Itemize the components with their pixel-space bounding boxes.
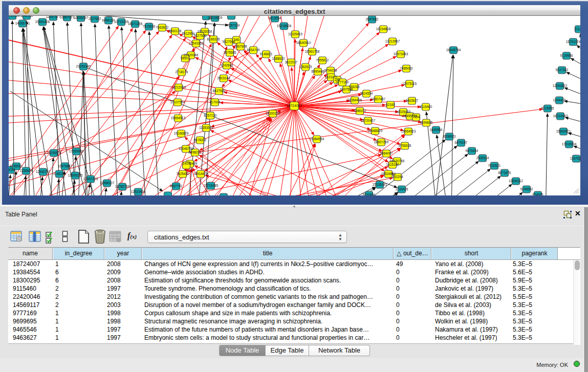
svg-text:15716485: 15716485 (204, 184, 219, 187)
svg-text:16033809: 16033809 (208, 16, 223, 19)
svg-text:20691406: 20691406 (35, 20, 50, 24)
svg-text:12942757: 12942757 (36, 170, 51, 173)
svg-text:16729984: 16729984 (9, 16, 20, 17)
svg-text:17957223: 17957223 (83, 177, 98, 181)
svg-text:7632621: 7632621 (488, 164, 501, 167)
svg-text:1840960: 1840960 (20, 16, 33, 17)
svg-text:99154: 99154 (9, 168, 15, 171)
svg-text:15300275: 15300275 (266, 112, 280, 115)
svg-text:10655267: 10655267 (74, 16, 89, 19)
svg-text:7515526: 7515526 (143, 25, 156, 28)
svg-text:10107554: 10107554 (170, 100, 185, 104)
svg-text:8813054: 8813054 (269, 16, 281, 20)
svg-text:8785061: 8785061 (10, 164, 23, 168)
svg-text:10543362: 10543362 (189, 41, 204, 45)
svg-text:8938923: 8938923 (443, 135, 456, 138)
svg-text:20206576: 20206576 (47, 151, 61, 155)
svg-text:15218506: 15218506 (277, 24, 292, 28)
svg-text:3675685: 3675685 (224, 51, 236, 54)
svg-text:12213369: 12213369 (171, 85, 186, 89)
svg-text:2867608: 2867608 (234, 45, 247, 48)
svg-text:3824554: 3824554 (360, 92, 373, 95)
svg-text:11325419: 11325419 (288, 32, 302, 36)
svg-text:16671355: 16671355 (128, 22, 143, 26)
svg-text:9146821: 9146821 (260, 52, 273, 56)
svg-text:6466160: 6466160 (102, 18, 115, 22)
svg-text:9474444: 9474444 (466, 149, 478, 152)
svg-text:9657791: 9657791 (170, 184, 183, 188)
svg-text:17559928: 17559928 (69, 149, 84, 153)
svg-text:98901: 98901 (181, 56, 190, 60)
svg-text:1588520: 1588520 (272, 57, 285, 60)
svg-text:9756928: 9756928 (399, 144, 411, 147)
svg-text:2718176: 2718176 (176, 70, 188, 74)
svg-text:11121: 11121 (575, 27, 580, 31)
svg-text:19654923: 19654923 (401, 129, 416, 133)
svg-text:8678332: 8678332 (194, 138, 207, 142)
svg-text:15751074: 15751074 (566, 40, 580, 43)
svg-text:9699695: 9699695 (420, 121, 433, 124)
svg-text:12975115: 12975115 (402, 82, 417, 85)
svg-text:10897971: 10897971 (60, 16, 75, 19)
svg-text:16782759: 16782759 (115, 185, 130, 188)
svg-text:1362615: 1362615 (299, 65, 312, 69)
svg-text:15692871: 15692871 (556, 129, 571, 133)
svg-text:7485063: 7485063 (400, 67, 413, 70)
svg-text:20364436: 20364436 (347, 98, 362, 102)
svg-text:1156829: 1156829 (20, 169, 33, 172)
svg-text:9115460: 9115460 (420, 105, 432, 108)
svg-text:1615192: 1615192 (386, 163, 399, 166)
svg-text:16120746: 16120746 (390, 159, 405, 163)
svg-text:9700454: 9700454 (363, 193, 376, 195)
svg-text:9129966: 9129966 (560, 54, 573, 57)
svg-text:17016504: 17016504 (562, 142, 577, 146)
svg-text:12213967: 12213967 (385, 39, 400, 43)
svg-text:18807269: 18807269 (374, 140, 389, 144)
svg-text:8912954: 8912954 (182, 32, 195, 35)
svg-text:9245652: 9245652 (520, 187, 533, 191)
svg-text:18724007: 18724007 (286, 104, 302, 107)
svg-text:924565: 924565 (532, 193, 543, 195)
svg-text:11353594: 11353594 (199, 126, 213, 129)
svg-text:7904: 7904 (412, 115, 420, 119)
svg-text:12923466: 12923466 (131, 190, 146, 193)
svg-text:10688609: 10688609 (368, 129, 383, 133)
svg-text:8498222: 8498222 (189, 150, 202, 154)
svg-text:6794028: 6794028 (324, 69, 337, 72)
svg-text:1145194: 1145194 (53, 172, 66, 176)
svg-text:10958107: 10958107 (100, 181, 115, 185)
svg-text:9242843: 9242843 (221, 63, 233, 67)
svg-text:12057577: 12057577 (46, 16, 61, 18)
svg-text:7663822: 7663822 (156, 26, 169, 29)
svg-text:417004: 417004 (209, 100, 221, 104)
svg-text:7955812: 7955812 (316, 58, 329, 62)
svg-text:9777169: 9777169 (336, 80, 349, 84)
svg-text:16648784: 16648784 (446, 48, 461, 52)
svg-text:1167534: 1167534 (570, 157, 580, 160)
svg-text:8267130: 8267130 (204, 114, 217, 117)
svg-text:252254: 252254 (392, 175, 403, 179)
svg-text:8471676: 8471676 (498, 171, 511, 174)
svg-text:21053346: 21053346 (76, 64, 91, 68)
svg-text:18640910: 18640910 (296, 41, 311, 45)
svg-text:3822037: 3822037 (285, 60, 298, 64)
svg-text:2803144: 2803144 (217, 76, 230, 80)
svg-text:12093822: 12093822 (553, 84, 568, 87)
svg-text:8186328: 8186328 (207, 37, 220, 41)
svg-text:6479197: 6479197 (455, 141, 468, 144)
svg-text:9227342: 9227342 (556, 68, 569, 72)
svg-text:8990448: 8990448 (312, 70, 324, 73)
svg-text:12505135: 12505135 (68, 173, 83, 177)
svg-text:7386372: 7386372 (354, 109, 366, 113)
svg-text:15136141: 15136141 (373, 183, 387, 186)
svg-text:9463627: 9463627 (406, 99, 419, 102)
svg-text:62160: 62160 (386, 103, 395, 106)
svg-text:1244419: 1244419 (553, 98, 566, 102)
svg-text:19166829: 19166829 (174, 132, 189, 135)
svg-text:1527602: 1527602 (89, 17, 101, 20)
svg-text:10046758: 10046758 (179, 147, 193, 150)
svg-text:9860128: 9860128 (169, 29, 182, 33)
svg-text:16914479: 16914479 (193, 172, 208, 176)
svg-text:10654112: 10654112 (509, 179, 523, 183)
svg-text:19654913: 19654913 (171, 116, 186, 120)
